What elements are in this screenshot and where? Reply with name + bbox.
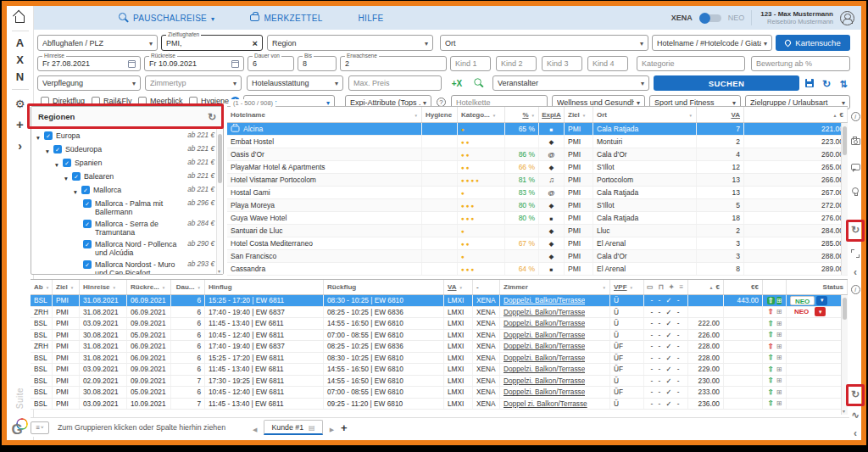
tree-checkbox[interactable]: [44, 131, 53, 140]
veranstalter-select[interactable]: Veranstalter: [492, 75, 649, 91]
tree-checkbox[interactable]: [63, 159, 71, 167]
col-prozent[interactable]: %: [505, 107, 539, 122]
offer-row[interactable]: BSL PMI 02.09.2021 09.09.2021 7 17:30 - …: [31, 376, 848, 388]
col-ziel[interactable]: Ziel: [565, 107, 593, 122]
hotel-row[interactable]: San Francisco ● PMI Cala d'Or 3 288.00: [227, 250, 848, 263]
plus-x-button[interactable]: +X: [448, 75, 465, 91]
kind-input[interactable]: Kind 3: [542, 56, 582, 71]
filter-icon[interactable]: [600, 283, 606, 291]
region-tree-item[interactable]: Balearen ab 221 €: [31, 170, 216, 184]
checkbox-meerblick[interactable]: Meerblick: [138, 97, 183, 105]
region-tree-item[interactable]: Südeuropa ab 221 €: [31, 143, 216, 157]
rueckreise-input[interactable]: RückreiseFr 10.09.2021: [144, 56, 244, 71]
price-trend-icon[interactable]: [767, 320, 775, 327]
hotel-name[interactable]: Oasis d'Or: [231, 150, 264, 159]
calendar-icon[interactable]: [128, 60, 136, 68]
copy-offer-icon[interactable]: [776, 308, 782, 315]
offer-row[interactable]: BSL PMI 31.08.2021 06.09.2021 6 15:25 - …: [31, 353, 848, 365]
offer-row[interactable]: BSL PMI 03.09.2021 09.09.2021 6 11:45 - …: [31, 318, 848, 330]
region-tree-item[interactable]: Spanien ab 221 €: [31, 157, 216, 170]
hotel-row[interactable]: Guya Wave Hotel ●●● 80 % PMI Cala Ratjad…: [227, 212, 848, 225]
price-trend-icon[interactable]: [767, 308, 775, 315]
hotel-row[interactable]: PlayaMar Hotel & Apartments ●● 66 % PMI …: [227, 161, 848, 174]
home-icon[interactable]: [15, 16, 25, 23]
bis-input[interactable]: Bis8: [298, 56, 337, 71]
kind-input[interactable]: Kind 4: [587, 56, 628, 71]
col-kategorie[interactable]: Katego...: [458, 107, 505, 122]
hotel-name[interactable]: Hotel Costa Mediterraneo: [231, 239, 313, 248]
gear-icon[interactable]: [15, 96, 25, 111]
price-trend-icon[interactable]: [767, 331, 775, 338]
tab-options-icon[interactable]: [309, 423, 315, 432]
comments-icon[interactable]: [850, 162, 860, 172]
col-rueckflug[interactable]: Rückflug: [324, 280, 444, 294]
copy-offer-icon[interactable]: [776, 320, 782, 327]
zimmer-link[interactable]: Doppelzi. Balkon/Terrasse: [504, 365, 585, 373]
tree-expand-icon[interactable]: [55, 159, 63, 170]
info-icon[interactable]: [850, 284, 860, 294]
hotel-name[interactable]: Santuari de Lluc: [231, 226, 282, 235]
offer-row[interactable]: BSL PMI 30.08.2021 05.09.2021 6 10:45 - …: [31, 387, 848, 399]
col-rueckreise[interactable]: Rückre...: [127, 280, 171, 294]
group-button[interactable]: [31, 421, 49, 434]
hotel-name[interactable]: Guya Wave Hotel: [231, 214, 287, 222]
kartensuche-button[interactable]: Kartensuche: [776, 35, 850, 51]
col-ab[interactable]: Ab: [31, 280, 53, 294]
checkbox-box[interactable]: [189, 97, 198, 105]
tree-checkbox[interactable]: [72, 172, 81, 181]
copy-offer-icon[interactable]: [776, 377, 782, 384]
scrollbar-thumb[interactable]: [843, 298, 847, 320]
copy-offer-icon[interactable]: [776, 331, 782, 338]
region-tree-item[interactable]: Mallorca ab 221 €: [31, 184, 216, 198]
tree-expand-icon[interactable]: [46, 145, 53, 156]
tree-checkbox[interactable]: [83, 260, 92, 269]
copy-offer-icon[interactable]: [776, 366, 782, 373]
hilfe-menu[interactable]: HILFE: [359, 14, 384, 23]
tree-expand-icon[interactable]: [64, 172, 72, 183]
abflughafen-select[interactable]: Abflughafen / PLZ: [37, 35, 158, 51]
hotelname-select[interactable]: Hotelname / #Hotelcode / Giata ID: [652, 35, 772, 51]
hotel-name[interactable]: Alcina: [243, 125, 263, 133]
collapse-panel-icon[interactable]: [850, 267, 860, 277]
region-tree-item[interactable]: Mallorca - Serra de Tramuntana ab 284 €: [31, 218, 216, 238]
col-vpf[interactable]: VPF: [610, 280, 644, 294]
filter-icon[interactable]: [43, 283, 49, 291]
erwachsene-input[interactable]: Erwachsene2: [340, 56, 447, 71]
price-trend-icon[interactable]: [767, 399, 775, 407]
add-tab-button[interactable]: [341, 420, 348, 435]
filter-icon[interactable]: [490, 111, 496, 119]
next-tab-icon[interactable]: [330, 420, 334, 435]
filter-icon[interactable]: [529, 111, 535, 119]
region-tree-item[interactable]: Mallorca - Palma mit Ballermann ab 296 €: [31, 198, 216, 218]
toggle-label-xena[interactable]: XENA: [671, 14, 693, 22]
filter-icon[interactable]: [110, 283, 116, 291]
expand-icon[interactable]: [850, 248, 860, 259]
offer-row[interactable]: BSL PMI 03.09.2021 09.09.2021 6 11:45 - …: [31, 364, 848, 376]
filter-icon[interactable]: [580, 111, 586, 119]
filter-icon[interactable]: [687, 111, 693, 119]
col-va[interactable]: VA: [697, 107, 744, 122]
hotel-row[interactable]: Hotel Costa Mediterraneo ●● 67 % PMI El …: [227, 237, 848, 250]
xena-neo-toggle[interactable]: [699, 14, 721, 22]
sidebar-app-letter[interactable]: N: [16, 71, 24, 83]
scrollbar-thumb[interactable]: [218, 134, 222, 183]
zimmer-link[interactable]: Doppelzi. Balkon/Terrasse: [504, 331, 585, 339]
toggle-label-neo[interactable]: NEO: [728, 14, 745, 22]
checkbox-railfly[interactable]: Rail&Fly: [92, 97, 132, 105]
hinreise-input[interactable]: HinreiseFr 27.08.2021: [37, 56, 141, 71]
region-tree-item[interactable]: Mallorca Nord - Pollenca und Alcúdia ab …: [31, 238, 216, 259]
checkbox-box[interactable]: [41, 97, 49, 105]
col-hinreise[interactable]: Hinreise: [80, 280, 127, 294]
kind-input[interactable]: Kind 1: [450, 56, 491, 71]
zielflughafen-input[interactable]: ZielflughafenPMI,: [161, 35, 263, 51]
clear-icon[interactable]: [253, 38, 258, 48]
hotel-row[interactable]: Hostal Gami ● 83 % PMI Cala Ratjada 13 2…: [227, 187, 848, 199]
region-tree-item[interactable]: Mallorca Nordost - Muro und Can Picafort…: [31, 259, 216, 274]
zimmer-link[interactable]: Doppelzi. Balkon/Terrasse: [504, 377, 585, 385]
region-tree-item[interactable]: Europa ab 221 €: [31, 130, 216, 143]
hotelausstattung-select[interactable]: Hotelausstattung: [247, 75, 343, 91]
hotel-row[interactable]: Santuari de Lluc ● PMI Lluc 2 284.00: [227, 225, 848, 237]
col-dauer[interactable]: Dau...: [171, 280, 205, 294]
hotel-name[interactable]: Hotel Vistamar Portocolom: [231, 176, 316, 184]
col-ort[interactable]: Ort: [593, 107, 697, 122]
